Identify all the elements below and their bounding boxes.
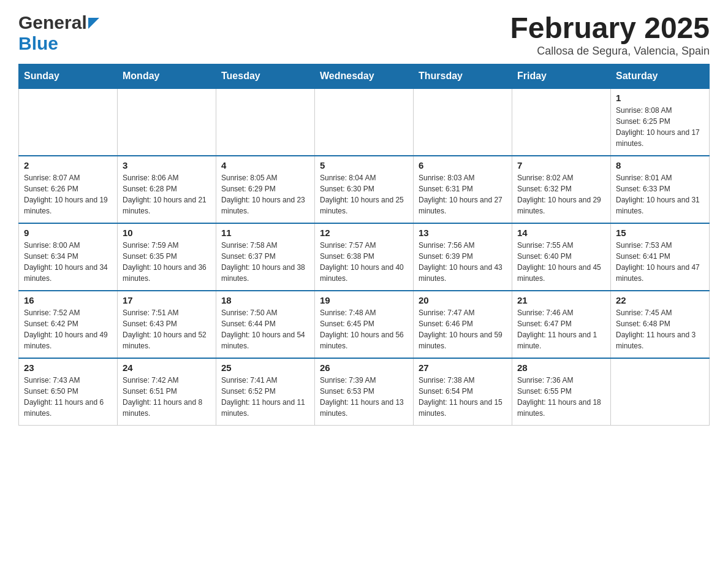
calendar-cell: 1Sunrise: 8:08 AMSunset: 6:25 PMDaylight… bbox=[611, 88, 710, 156]
day-info: Sunrise: 7:38 AMSunset: 6:54 PMDaylight:… bbox=[419, 375, 507, 419]
page-subtitle: Callosa de Segura, Valencia, Spain bbox=[510, 45, 710, 58]
calendar-cell: 17Sunrise: 7:51 AMSunset: 6:43 PMDayligh… bbox=[118, 291, 216, 358]
day-info: Sunrise: 8:07 AMSunset: 6:26 PMDaylight:… bbox=[24, 172, 112, 216]
day-info: Sunrise: 8:05 AMSunset: 6:29 PMDaylight:… bbox=[221, 172, 309, 216]
day-number: 6 bbox=[419, 160, 507, 170]
calendar-cell: 3Sunrise: 8:06 AMSunset: 6:28 PMDaylight… bbox=[118, 156, 216, 223]
day-info: Sunrise: 8:01 AMSunset: 6:33 PMDaylight:… bbox=[616, 172, 704, 216]
calendar-week-row-3: 9Sunrise: 8:00 AMSunset: 6:34 PMDaylight… bbox=[19, 223, 710, 291]
day-info: Sunrise: 7:57 AMSunset: 6:38 PMDaylight:… bbox=[320, 240, 408, 284]
day-number: 4 bbox=[221, 160, 309, 170]
day-info: Sunrise: 7:55 AMSunset: 6:40 PMDaylight:… bbox=[517, 240, 605, 284]
calendar-cell: 5Sunrise: 8:04 AMSunset: 6:30 PMDaylight… bbox=[315, 156, 414, 223]
calendar-cell: 4Sunrise: 8:05 AMSunset: 6:29 PMDaylight… bbox=[216, 156, 315, 223]
day-number: 17 bbox=[123, 295, 211, 305]
day-info: Sunrise: 7:58 AMSunset: 6:37 PMDaylight:… bbox=[221, 240, 309, 284]
day-info: Sunrise: 8:06 AMSunset: 6:28 PMDaylight:… bbox=[123, 172, 211, 216]
day-number: 24 bbox=[123, 362, 211, 373]
calendar-cell: 24Sunrise: 7:42 AMSunset: 6:51 PMDayligh… bbox=[118, 358, 216, 426]
day-info: Sunrise: 7:41 AMSunset: 6:52 PMDaylight:… bbox=[221, 375, 309, 419]
day-number: 1 bbox=[616, 93, 704, 103]
day-number: 19 bbox=[320, 295, 408, 305]
calendar-cell: 22Sunrise: 7:45 AMSunset: 6:48 PMDayligh… bbox=[611, 291, 710, 358]
day-info: Sunrise: 7:59 AMSunset: 6:35 PMDaylight:… bbox=[123, 240, 211, 284]
day-number: 15 bbox=[616, 228, 704, 238]
day-number: 8 bbox=[616, 160, 704, 170]
title-block: February 2025 Callosa de Segura, Valenci… bbox=[510, 12, 710, 58]
calendar-cell: 16Sunrise: 7:52 AMSunset: 6:42 PMDayligh… bbox=[19, 291, 118, 358]
calendar-cell: 26Sunrise: 7:39 AMSunset: 6:53 PMDayligh… bbox=[315, 358, 414, 426]
day-number: 13 bbox=[419, 228, 507, 238]
day-number: 12 bbox=[320, 228, 408, 238]
calendar-cell: 19Sunrise: 7:48 AMSunset: 6:45 PMDayligh… bbox=[315, 291, 414, 358]
calendar-week-row-2: 2Sunrise: 8:07 AMSunset: 6:26 PMDaylight… bbox=[19, 156, 710, 223]
day-number: 20 bbox=[419, 295, 507, 305]
calendar-cell bbox=[414, 88, 512, 156]
day-number: 21 bbox=[517, 295, 605, 305]
calendar-week-row-4: 16Sunrise: 7:52 AMSunset: 6:42 PMDayligh… bbox=[19, 291, 710, 358]
day-number: 11 bbox=[221, 228, 309, 238]
calendar-cell: 13Sunrise: 7:56 AMSunset: 6:39 PMDayligh… bbox=[414, 223, 512, 291]
calendar-body: 1Sunrise: 8:08 AMSunset: 6:25 PMDaylight… bbox=[19, 88, 710, 426]
day-info: Sunrise: 8:02 AMSunset: 6:32 PMDaylight:… bbox=[517, 172, 605, 216]
day-number: 7 bbox=[517, 160, 605, 170]
calendar-cell: 25Sunrise: 7:41 AMSunset: 6:52 PMDayligh… bbox=[216, 358, 315, 426]
day-info: Sunrise: 7:50 AMSunset: 6:44 PMDaylight:… bbox=[221, 307, 309, 351]
day-number: 9 bbox=[24, 228, 112, 238]
day-info: Sunrise: 8:00 AMSunset: 6:34 PMDaylight:… bbox=[24, 240, 112, 284]
col-thursday: Thursday bbox=[414, 64, 512, 88]
calendar-cell: 7Sunrise: 8:02 AMSunset: 6:32 PMDaylight… bbox=[512, 156, 611, 223]
calendar-week-row-5: 23Sunrise: 7:43 AMSunset: 6:50 PMDayligh… bbox=[19, 358, 710, 426]
day-info: Sunrise: 8:03 AMSunset: 6:31 PMDaylight:… bbox=[419, 172, 507, 216]
col-sunday: Sunday bbox=[19, 64, 118, 88]
page-title: February 2025 bbox=[510, 12, 710, 45]
svg-marker-0 bbox=[88, 18, 99, 29]
calendar-cell bbox=[512, 88, 611, 156]
calendar-cell bbox=[611, 358, 710, 426]
calendar-header-row: Sunday Monday Tuesday Wednesday Thursday… bbox=[19, 64, 710, 88]
calendar-cell: 15Sunrise: 7:53 AMSunset: 6:41 PMDayligh… bbox=[611, 223, 710, 291]
day-info: Sunrise: 7:43 AMSunset: 6:50 PMDaylight:… bbox=[24, 375, 112, 419]
day-info: Sunrise: 7:48 AMSunset: 6:45 PMDaylight:… bbox=[320, 307, 408, 351]
col-saturday: Saturday bbox=[611, 64, 710, 88]
logo-triangle-icon bbox=[88, 18, 99, 29]
calendar-cell: 10Sunrise: 7:59 AMSunset: 6:35 PMDayligh… bbox=[118, 223, 216, 291]
calendar-cell bbox=[315, 88, 414, 156]
day-info: Sunrise: 7:39 AMSunset: 6:53 PMDaylight:… bbox=[320, 375, 408, 419]
calendar-cell: 14Sunrise: 7:55 AMSunset: 6:40 PMDayligh… bbox=[512, 223, 611, 291]
day-info: Sunrise: 7:42 AMSunset: 6:51 PMDaylight:… bbox=[123, 375, 211, 419]
calendar-cell bbox=[118, 88, 216, 156]
day-number: 22 bbox=[616, 295, 704, 305]
col-friday: Friday bbox=[512, 64, 611, 88]
calendar-cell bbox=[19, 88, 118, 156]
day-number: 27 bbox=[419, 362, 507, 373]
calendar-cell: 21Sunrise: 7:46 AMSunset: 6:47 PMDayligh… bbox=[512, 291, 611, 358]
calendar-cell: 9Sunrise: 8:00 AMSunset: 6:34 PMDaylight… bbox=[19, 223, 118, 291]
col-tuesday: Tuesday bbox=[216, 64, 315, 88]
day-info: Sunrise: 7:56 AMSunset: 6:39 PMDaylight:… bbox=[419, 240, 507, 284]
day-number: 23 bbox=[24, 362, 112, 373]
day-number: 5 bbox=[320, 160, 408, 170]
calendar-week-row-1: 1Sunrise: 8:08 AMSunset: 6:25 PMDaylight… bbox=[19, 88, 710, 156]
day-number: 25 bbox=[221, 362, 309, 373]
calendar-cell: 18Sunrise: 7:50 AMSunset: 6:44 PMDayligh… bbox=[216, 291, 315, 358]
day-number: 10 bbox=[123, 228, 211, 238]
day-info: Sunrise: 7:46 AMSunset: 6:47 PMDaylight:… bbox=[517, 307, 605, 351]
calendar-cell: 11Sunrise: 7:58 AMSunset: 6:37 PMDayligh… bbox=[216, 223, 315, 291]
logo-general-text: General bbox=[18, 12, 87, 33]
day-info: Sunrise: 8:04 AMSunset: 6:30 PMDaylight:… bbox=[320, 172, 408, 216]
day-info: Sunrise: 7:36 AMSunset: 6:55 PMDaylight:… bbox=[517, 375, 605, 419]
calendar-cell: 27Sunrise: 7:38 AMSunset: 6:54 PMDayligh… bbox=[414, 358, 512, 426]
calendar-cell: 2Sunrise: 8:07 AMSunset: 6:26 PMDaylight… bbox=[19, 156, 118, 223]
day-info: Sunrise: 7:53 AMSunset: 6:41 PMDaylight:… bbox=[616, 240, 704, 284]
calendar-cell: 23Sunrise: 7:43 AMSunset: 6:50 PMDayligh… bbox=[19, 358, 118, 426]
day-info: Sunrise: 8:08 AMSunset: 6:25 PMDaylight:… bbox=[616, 105, 704, 149]
calendar-cell: 8Sunrise: 8:01 AMSunset: 6:33 PMDaylight… bbox=[611, 156, 710, 223]
col-monday: Monday bbox=[118, 64, 216, 88]
day-number: 28 bbox=[517, 362, 605, 373]
calendar-cell bbox=[216, 88, 315, 156]
calendar-cell: 12Sunrise: 7:57 AMSunset: 6:38 PMDayligh… bbox=[315, 223, 414, 291]
day-info: Sunrise: 7:45 AMSunset: 6:48 PMDaylight:… bbox=[616, 307, 704, 351]
day-number: 18 bbox=[221, 295, 309, 305]
col-wednesday: Wednesday bbox=[315, 64, 414, 88]
